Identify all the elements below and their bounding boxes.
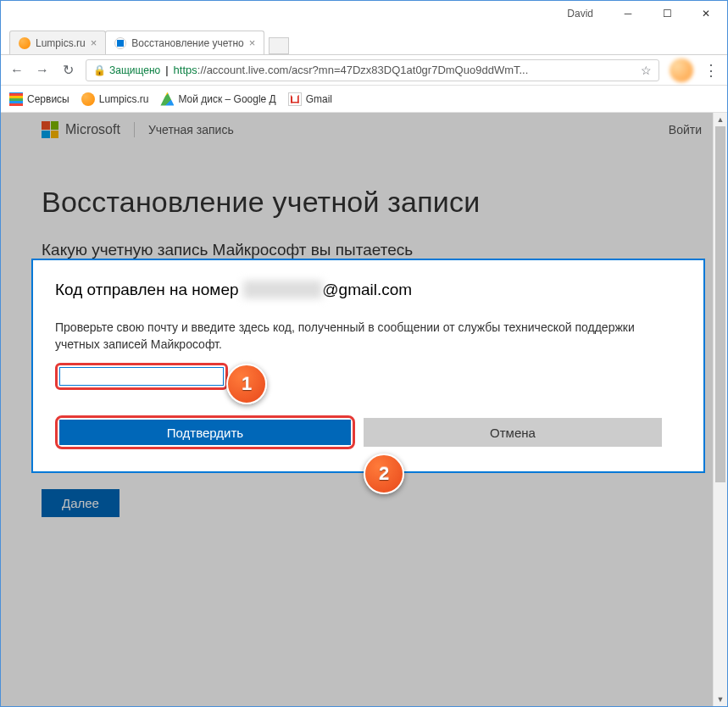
lumpics-icon [81, 92, 95, 106]
annotation-badge-2: 2 [364, 454, 404, 494]
heading-suffix: @gmail.com [322, 281, 412, 298]
bookmark-star-icon[interactable]: ☆ [641, 64, 652, 77]
close-window-button[interactable]: ✕ [686, 1, 725, 26]
scroll-down-icon[interactable]: ▼ [714, 693, 727, 706]
bookmark-lumpics[interactable]: Lumpics.ru [81, 92, 149, 106]
page-content: Microsoft Учетная запись Войти Восстанов… [1, 113, 727, 706]
browser-tab[interactable]: Lumpics.ru × [9, 31, 106, 54]
bookmark-label: Gmail [306, 93, 332, 105]
page-viewport: Microsoft Учетная запись Войти Восстанов… [1, 113, 727, 706]
bookmark-apps[interactable]: Сервисы [9, 92, 69, 106]
favicon-icon [19, 37, 31, 49]
bookmark-gmail[interactable]: Gmail [288, 92, 332, 106]
profile-avatar[interactable] [670, 58, 693, 82]
bookmark-label: Lumpics.ru [99, 93, 149, 105]
address-bar: ← → ↻ 🔒 Защищено | https://account.live.… [1, 55, 727, 86]
secure-label: Защищено [109, 64, 160, 76]
minimize-button[interactable]: ─ [609, 1, 647, 26]
code-input-highlight [55, 363, 228, 390]
modal-instruction: Проверьте свою почту и введите здесь код… [55, 320, 681, 353]
modal-heading: Код отправлен на номер xxxxxxxxx@gmail.c… [55, 281, 681, 299]
forward-button[interactable]: → [35, 63, 50, 78]
annotation-badge-1: 1 [226, 364, 267, 404]
reload-button[interactable]: ↻ [60, 63, 75, 78]
bookmarks-bar: Сервисы Lumpics.ru Мой диск – Google Д G… [1, 86, 727, 113]
tab-title: Восстановление учетно [131, 37, 243, 49]
browser-tab[interactable]: Восстановление учетно × [105, 31, 264, 54]
back-button[interactable]: ← [9, 63, 25, 78]
maximize-button[interactable]: ☐ [647, 1, 686, 26]
modal-button-row: Подтвердить Отмена [55, 415, 681, 449]
confirm-button[interactable]: Подтвердить [59, 420, 351, 445]
confirm-button-highlight: Подтвердить [55, 415, 355, 449]
bookmark-label: Сервисы [27, 93, 69, 105]
lock-icon: 🔒 Защищено [93, 64, 160, 76]
scroll-up-icon[interactable]: ▲ [714, 113, 727, 126]
drive-icon [160, 92, 174, 106]
cancel-button[interactable]: Отмена [364, 418, 662, 447]
browser-menu-button[interactable]: ⋮ [703, 61, 719, 80]
favicon-icon [114, 37, 126, 49]
verification-code-input[interactable] [59, 367, 224, 386]
gmail-icon [288, 92, 302, 106]
verification-modal: Код отправлен на номер xxxxxxxxx@gmail.c… [31, 259, 705, 473]
tab-close-icon[interactable]: × [91, 36, 97, 49]
bookmark-label: Мой диск – Google Д [178, 93, 275, 105]
window-titlebar: David ─ ☐ ✕ [1, 1, 727, 26]
url-field[interactable]: 🔒 Защищено | https://account.live.com/ac… [86, 59, 659, 81]
scroll-thumb[interactable] [715, 126, 725, 482]
tab-strip: Lumpics.ru × Восстановление учетно × [1, 26, 727, 55]
heading-prefix: Код отправлен на номер [55, 281, 243, 298]
url-separator: | [165, 64, 168, 76]
new-tab-button[interactable] [269, 37, 289, 54]
bookmark-drive[interactable]: Мой диск – Google Д [160, 92, 275, 106]
apps-icon [9, 92, 23, 106]
tab-title: Lumpics.ru [36, 37, 86, 49]
tab-close-icon[interactable]: × [249, 36, 256, 49]
vertical-scrollbar[interactable]: ▲ ▼ [713, 113, 727, 706]
window-user-label: David [567, 8, 593, 19]
masked-text: xxxxxxxxx [243, 281, 323, 298]
browser-window: David ─ ☐ ✕ Lumpics.ru × Восстановление … [0, 0, 728, 707]
url-text: https://account.live.com/acsr?mn=47Dzx83… [174, 64, 636, 76]
